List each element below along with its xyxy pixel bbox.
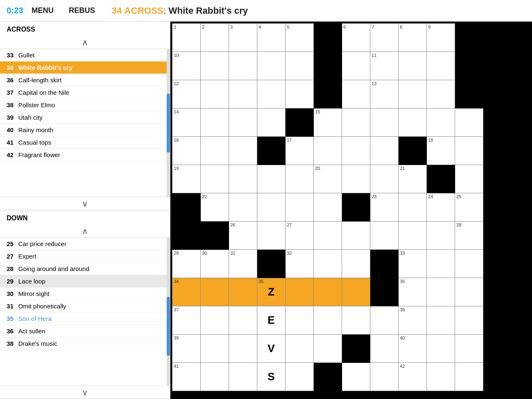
grid-cell-4-4[interactable]: 17 [286,137,314,165]
grid-cell-11-0[interactable]: 39 [172,335,201,363]
grid-cell-1-6[interactable] [342,52,370,80]
grid-cell-6-2[interactable] [229,193,257,222]
grid-cell-8-10[interactable] [455,250,483,278]
grid-cell-5-8[interactable]: 21 [399,165,427,193]
grid-cell-8-4[interactable]: 32 [286,250,314,278]
grid-cell-5-6[interactable] [342,165,370,193]
grid-cell-10-6[interactable] [342,306,370,335]
grid-cell-4-6[interactable] [342,137,370,165]
clue-item-25[interactable]: 25Car price reducer [0,238,170,250]
grid-cell-1-0[interactable]: 10 [172,52,201,80]
grid-cell-11-2[interactable] [229,335,257,363]
grid-cell-11-9[interactable] [427,335,455,363]
grid-cell-0-6[interactable]: 6 [342,24,370,52]
down-scroll-down-button[interactable]: ∨ [0,385,170,399]
grid-cell-4-10[interactable] [455,137,483,165]
grid-cell-0-4[interactable]: 5 [286,24,314,52]
grid-cell-3-10[interactable] [455,108,483,137]
grid-cell-12-1[interactable] [201,363,229,391]
clue-item-42[interactable]: 42Fragrant flower [0,149,170,161]
grid-cell-4-1[interactable] [201,137,229,165]
grid-cell-7-2[interactable]: 26 [229,222,257,250]
grid-cell-7-7[interactable] [370,222,399,250]
grid-cell-12-2[interactable] [229,363,257,391]
grid-cell-1-3[interactable] [257,52,286,80]
grid-cell-0-7[interactable]: 7 [370,24,399,52]
grid-cell-5-5[interactable]: 20 [314,165,342,193]
grid-cell-8-9[interactable] [427,250,455,278]
grid-cell-4-2[interactable] [229,137,257,165]
grid-cell-5-3[interactable] [257,165,286,193]
grid-cell-12-6[interactable] [342,363,370,391]
grid-cell-7-6[interactable] [342,222,370,250]
grid-cell-3-7[interactable] [370,108,399,137]
grid-cell-6-3[interactable] [257,193,286,222]
grid-cell-11-8[interactable]: 40 [399,335,427,363]
grid-cell-2-2[interactable] [229,80,257,108]
clue-item-31[interactable]: 31Omit phonetically [0,300,170,313]
grid-cell-6-5[interactable] [314,193,342,222]
grid-cell-10-4[interactable] [286,306,314,335]
grid-cell-3-2[interactable] [229,108,257,137]
grid-cell-6-8[interactable] [399,193,427,222]
grid-cell-12-4[interactable] [286,363,314,391]
grid-cell-5-7[interactable] [370,165,399,193]
grid-cell-8-5[interactable] [314,250,342,278]
grid-cell-10-0[interactable]: 37 [172,306,201,335]
grid-cell-8-1[interactable]: 30 [201,250,229,278]
grid-cell-3-9[interactable] [427,108,455,137]
grid-cell-2-4[interactable] [286,80,314,108]
grid-cell-2-7[interactable]: 13 [370,80,399,108]
clue-item-27[interactable]: 27Expert [0,250,170,263]
grid-cell-1-2[interactable] [229,52,257,80]
grid-cell-10-8[interactable]: 38 [399,306,427,335]
grid-cell-2-6[interactable] [342,80,370,108]
grid-cell-2-0[interactable]: 12 [172,80,201,108]
grid-cell-0-8[interactable]: 8 [399,24,427,52]
grid-cell-9-8[interactable]: 36 [399,278,427,306]
grid-cell-4-5[interactable] [314,137,342,165]
grid-cell-7-8[interactable] [399,222,427,250]
clue-item-37[interactable]: 37Capital on the Nile [0,86,170,99]
grid-cell-10-2[interactable] [229,306,257,335]
grid-cell-7-9[interactable] [427,222,455,250]
grid-cell-12-9[interactable] [427,363,455,391]
grid-cell-10-5[interactable] [314,306,342,335]
grid-cell-0-3[interactable]: 4 [257,24,286,52]
grid-cell-7-5[interactable] [314,222,342,250]
grid-cell-2-3[interactable] [257,80,286,108]
clue-item-41[interactable]: 41Casual tops [0,136,170,149]
grid-cell-11-7[interactable] [370,335,399,363]
grid-cell-9-0[interactable]: 34 [172,278,201,306]
grid-cell-12-7[interactable] [370,363,399,391]
clue-item-38[interactable]: 38Drake's music [0,337,170,350]
grid-cell-3-6[interactable] [342,108,370,137]
grid-cell-2-1[interactable] [201,80,229,108]
grid-cell-8-2[interactable]: 31 [229,250,257,278]
menu-button[interactable]: MENU [32,6,54,15]
clue-item-36[interactable]: 36Calf-length skirt [0,74,170,86]
grid-cell-3-8[interactable] [399,108,427,137]
grid-cell-11-3[interactable]: V [257,335,286,363]
grid-cell-11-10[interactable] [455,335,483,363]
grid-cell-9-6[interactable] [342,278,370,306]
grid-cell-7-3[interactable] [257,222,286,250]
grid-cell-11-4[interactable] [286,335,314,363]
grid-cell-5-10[interactable] [455,165,483,193]
grid-cell-9-9[interactable] [427,278,455,306]
grid-cell-12-3[interactable]: S [257,363,286,391]
grid-cell-9-2[interactable] [229,278,257,306]
grid-cell-4-9[interactable]: 18 [427,137,455,165]
grid-cell-7-4[interactable]: 27 [286,222,314,250]
grid-cell-10-9[interactable] [427,306,455,335]
grid-cell-10-10[interactable] [455,306,483,335]
grid-cell-4-7[interactable] [370,137,399,165]
grid-cell-1-4[interactable] [286,52,314,80]
grid-cell-8-8[interactable]: 33 [399,250,427,278]
clue-item-33[interactable]: 33Gullet [0,49,170,62]
grid-cell-5-0[interactable]: 19 [172,165,201,193]
grid-cell-3-5[interactable]: 15 [314,108,342,137]
across-scroll-down-button[interactable]: ∨ [0,197,170,210]
grid-cell-5-4[interactable] [286,165,314,193]
grid-cell-0-9[interactable]: 9 [427,24,455,52]
